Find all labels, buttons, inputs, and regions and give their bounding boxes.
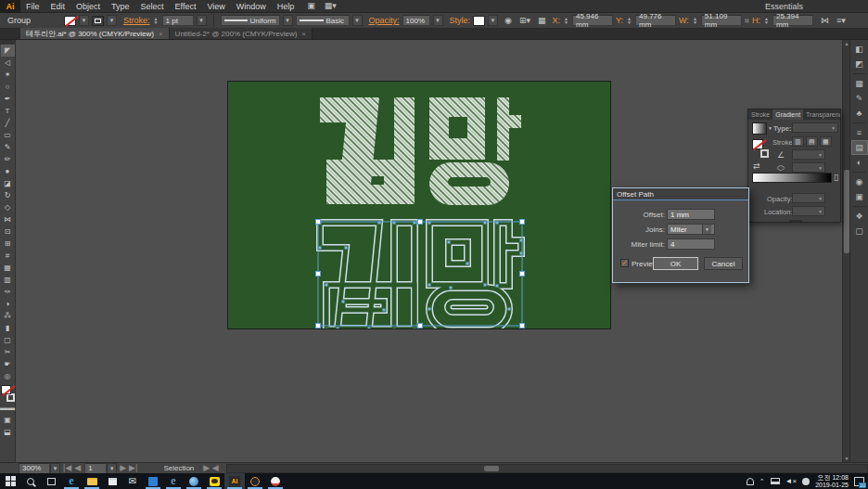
gradient-type-select[interactable]: ▼ xyxy=(792,122,838,133)
taskbar-kakaotalk-icon[interactable] xyxy=(204,473,224,489)
zoom-tool[interactable]: ◎ xyxy=(1,370,15,382)
magic-wand-tool[interactable]: ✶ xyxy=(1,69,15,81)
layers-panel-icon[interactable]: ❖ xyxy=(851,209,868,224)
w-stepper[interactable]: ▲▼ xyxy=(692,17,698,24)
vertical-scrollbar[interactable]: ▲ ▼ xyxy=(842,40,849,462)
stroke-panel-icon[interactable]: ≡ xyxy=(851,125,868,140)
line-segment-tool[interactable]: ╱ xyxy=(1,117,15,129)
gradient-slider[interactable] xyxy=(752,173,832,183)
width-profile-select[interactable]: Uniform xyxy=(221,15,280,26)
mesh-tool[interactable]: ▦ xyxy=(1,262,15,274)
people-tray-icon[interactable] xyxy=(747,478,754,485)
direct-selection-tool[interactable]: ◁ xyxy=(1,57,15,69)
brushes-panel-icon[interactable]: ✎ xyxy=(851,91,868,106)
menu-object[interactable]: Object xyxy=(70,2,106,11)
workspace-switcher[interactable]: Essentials xyxy=(765,2,803,11)
menu-select[interactable]: Select xyxy=(135,2,170,11)
blend-tool[interactable]: ◑ xyxy=(1,298,15,310)
shape-builder-tool[interactable]: ⊞ xyxy=(1,238,15,250)
opacity-field[interactable]: 100% xyxy=(402,15,430,26)
menu-window[interactable]: Window xyxy=(231,2,272,11)
color-panel-icon[interactable]: ◧ xyxy=(851,42,868,57)
gradient-tool[interactable]: ▥ xyxy=(1,274,15,286)
next-artboard-icon[interactable]: ▶ xyxy=(120,464,126,472)
selection-tool[interactable]: ◤ xyxy=(1,45,15,57)
paintbrush-tool[interactable]: ✎ xyxy=(1,141,15,153)
aspect-ratio-field[interactable]: ▼ xyxy=(792,162,825,173)
action-center-icon[interactable]: 10 xyxy=(854,477,864,486)
menu-file[interactable]: File xyxy=(20,2,45,11)
dialog-title-bar[interactable]: Offset Path xyxy=(613,188,748,200)
slice-tool[interactable]: ✂ xyxy=(1,346,15,358)
h-stepper[interactable]: ▲▼ xyxy=(763,17,770,24)
fill-color-swatch[interactable] xyxy=(64,16,76,26)
stroke-link[interactable]: Stroke: xyxy=(123,16,150,25)
fill-dropdown-icon[interactable]: ▼ xyxy=(79,15,89,26)
cancel-button[interactable]: Cancel xyxy=(704,257,743,270)
isolate-icon[interactable]: ≡▾ xyxy=(836,17,846,25)
eraser-tool[interactable]: ◪ xyxy=(1,177,15,189)
gradient-swatch-dropdown-icon[interactable]: ▼ xyxy=(768,126,772,131)
blob-brush-tool[interactable]: ● xyxy=(1,165,15,177)
rectangle-tool[interactable]: ▭ xyxy=(1,129,15,141)
taskbar-file-explorer-icon[interactable] xyxy=(82,473,102,489)
y-stepper[interactable]: ▲▼ xyxy=(626,17,632,24)
start-button[interactable] xyxy=(0,473,20,489)
fill-stroke-proxy[interactable] xyxy=(1,385,15,402)
eyedropper-tool[interactable]: ✑ xyxy=(1,286,15,298)
style-swatch[interactable] xyxy=(473,16,485,26)
stroke-color-dropdown-icon[interactable]: ▼ xyxy=(107,15,117,26)
volume-muted-icon[interactable]: ◄× xyxy=(785,477,798,485)
width-profile-dropdown-icon[interactable]: ▼ xyxy=(283,15,293,26)
miter-limit-input[interactable]: 4 xyxy=(667,238,715,250)
first-artboard-icon[interactable]: |◀ xyxy=(63,464,71,472)
symbol-sprayer-tool[interactable]: ⁂ xyxy=(1,310,15,322)
w-field[interactable]: 51.109 mm xyxy=(701,15,742,26)
hidden-icons-chevron[interactable]: ⌃ xyxy=(760,478,765,485)
style-dropdown-icon[interactable]: ▼ xyxy=(488,15,498,26)
scale-tool[interactable]: ◇ xyxy=(1,201,15,213)
type-tool[interactable]: T xyxy=(1,105,15,117)
width-tool[interactable]: ⋈ xyxy=(1,213,15,225)
taskbar-clock[interactable]: 오전 12:08 2019-01-25 xyxy=(815,474,849,489)
zoom-level-field[interactable]: 300% xyxy=(19,463,50,474)
last-artboard-icon[interactable]: ▶| xyxy=(129,464,137,472)
brush-definition-select[interactable]: Basic xyxy=(296,15,350,26)
recolor-artwork-icon[interactable]: ◉ xyxy=(504,17,512,25)
stop-opacity-field[interactable]: ▼ xyxy=(792,193,825,203)
y-field[interactable]: 49.776 mm xyxy=(635,15,676,26)
horizontal-scroll-thumb[interactable] xyxy=(484,466,499,471)
document-tab-active[interactable]: 테두리안.ai* @ 300% (CMYK/Preview) × xyxy=(20,28,170,39)
x-field[interactable]: 45.946 mm xyxy=(572,15,613,26)
gradient-swatch[interactable] xyxy=(752,122,767,135)
shear-icon[interactable]: ⋈ xyxy=(821,17,829,25)
preview-checkbox[interactable]: ✓ xyxy=(620,259,629,267)
brush-dropdown-icon[interactable]: ▼ xyxy=(352,15,363,26)
stroke-weight-field[interactable]: 1 pt xyxy=(162,15,194,26)
menu-edit[interactable]: Edit xyxy=(45,2,71,11)
network-icon[interactable] xyxy=(771,478,780,484)
lasso-tool[interactable]: ○ xyxy=(1,81,15,93)
artboards-panel-icon[interactable]: ▢ xyxy=(851,224,868,238)
defender-icon[interactable] xyxy=(802,478,810,485)
draw-modes-icon[interactable]: ▣ xyxy=(1,414,15,426)
close-tab-icon[interactable]: × xyxy=(159,30,163,38)
prev-artboard-icon[interactable]: ◀ xyxy=(74,464,81,472)
taskbar-illustrator-icon[interactable]: Ai xyxy=(224,473,245,489)
color-guide-panel-icon[interactable]: ◩ xyxy=(851,57,868,71)
free-transform-tool[interactable]: ⊡ xyxy=(1,225,15,238)
menu-view[interactable]: View xyxy=(201,2,230,11)
artboard-dropdown-icon[interactable]: ▼ xyxy=(107,463,117,474)
gradient-angle-field[interactable]: ▼ xyxy=(792,149,825,160)
taskbar-store-icon[interactable] xyxy=(102,473,122,489)
graphic-styles-panel-icon[interactable]: ▣ xyxy=(851,189,868,204)
arrange-documents-icon[interactable]: ▦▾ xyxy=(325,2,337,10)
stop-location-field[interactable]: ▼ xyxy=(792,206,825,216)
perspective-grid-tool[interactable]: # xyxy=(1,250,15,262)
taskbar-browser-globe-icon[interactable] xyxy=(184,473,204,489)
pen-tool[interactable]: ✒ xyxy=(1,93,15,105)
swatches-panel-icon[interactable]: ▦ xyxy=(851,76,868,91)
reference-point-icon[interactable]: ▦ xyxy=(538,17,546,25)
tab-transparency[interactable]: Transparency xyxy=(803,109,840,120)
taskbar-app-icon[interactable] xyxy=(265,473,286,489)
